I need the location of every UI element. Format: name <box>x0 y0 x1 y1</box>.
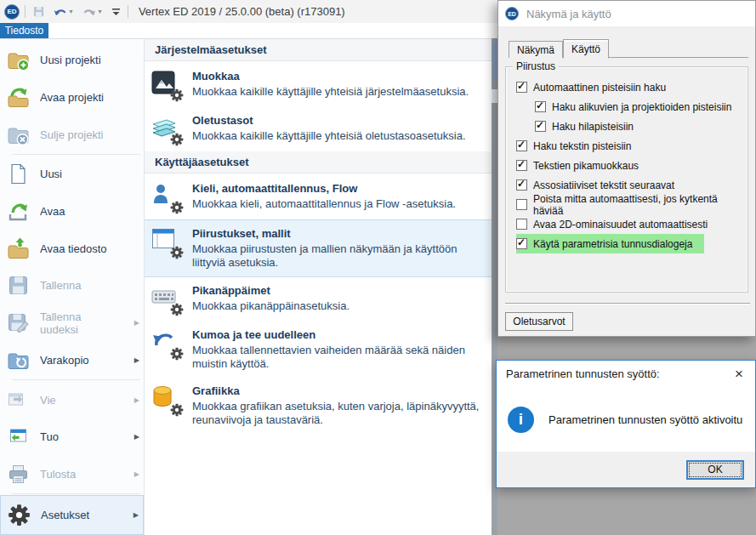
occluded-window-fragment <box>492 89 497 103</box>
chevron-down-icon: ▼ <box>97 9 103 14</box>
tab-tiedosto[interactable]: Tiedosto <box>0 23 48 38</box>
import-window-icon <box>7 425 30 448</box>
setting-item-grafiikka[interactable]: Grafiikka Muokkaa grafiikan asetuksia, k… <box>145 378 492 434</box>
redo-button[interactable]: ▼ <box>81 5 105 19</box>
checkbox-poista-mitta[interactable]: ✓ Poista mitta automaattisesti, jos kytk… <box>516 195 747 214</box>
setting-item-kieli[interactable]: Kieli, automaattitallennus, Flow Muokkaa… <box>145 175 492 219</box>
setting-item-pikanappaimet[interactable]: Pikanäppäimet Muokkaa pikanäppäinasetuks… <box>145 277 492 322</box>
window-title: Vertex ED 2019 / 25.0.00 (beta) (r173091… <box>139 5 345 18</box>
checkbox-haku-tekstin-pisteisiin[interactable]: ✓ Haku tekstin pisteisiin <box>516 136 643 156</box>
app-logo-icon[interactable]: ED <box>4 4 20 20</box>
submenu-arrow-icon: ▶ <box>131 396 139 404</box>
menu-item-tulosta[interactable]: Tulosta ▶ <box>0 456 144 493</box>
setting-item-muokkaa[interactable]: Muokkaa Muokkaa kaikille käyttäjille yht… <box>145 63 492 107</box>
ok-button[interactable]: OK <box>686 460 744 480</box>
menu-divider <box>12 379 140 380</box>
menu-item-tuo[interactable]: Tuo ▶ <box>0 418 144 456</box>
save-button[interactable] <box>31 4 47 19</box>
menu-item-label: Avaa tiedosto <box>40 242 139 255</box>
checkmark-icon: ✓ <box>517 158 526 170</box>
submenu-arrow-icon: ▶ <box>131 319 139 327</box>
checkbox-box[interactable]: ✓ <box>516 238 527 249</box>
setting-title: Kieli, automaattitallennus, Flow <box>192 182 483 195</box>
setting-title: Kumoa ja tee uudelleen <box>192 328 483 341</box>
checkbox-box[interactable]: ✓ <box>516 140 527 151</box>
checkbox-box[interactable]: ✓ <box>516 160 527 171</box>
setting-desc: Muokkaa tallennettavien vaiheiden määrää… <box>192 344 483 371</box>
section-header-kayttajaasetukset: Käyttäjäasetukset <box>145 151 492 174</box>
checkbox-automaattinen-pisteisiin-haku[interactable]: ✓ Automaattinen pisteisiin haku <box>516 77 678 97</box>
close-icon[interactable]: × <box>732 367 746 381</box>
setting-item-oletustasot[interactable]: Oletustasot Muokkaa kaikille käyttäjille… <box>145 107 492 151</box>
checkbox-box[interactable]: ✓ <box>535 101 546 112</box>
settings-pane: Järjestelmäasetukset Muokkaa Muokkaa kai… <box>145 39 492 535</box>
checkbox-box[interactable]: ✓ <box>516 219 527 230</box>
setting-desc: Muokkaa pikanäppäinasetuksia. <box>192 299 483 313</box>
menu-item-label: Vie <box>40 394 121 407</box>
tab-nakyma[interactable]: Näkymä <box>509 41 563 58</box>
section-header-jarjestelmaasetukset: Järjestelmäasetukset <box>145 39 492 61</box>
customize-quick-access-button[interactable] <box>110 6 122 18</box>
menu-item-tallenna[interactable]: Tallenna <box>0 267 144 304</box>
checkbox-haku-alikuvien[interactable]: ✓ Haku alikuvien ja projektioiden pistei… <box>535 97 743 117</box>
tab-kaytto[interactable]: Käyttö <box>563 39 609 59</box>
app-logo-icon: ED <box>505 7 519 20</box>
occluded-window-fragment <box>492 43 497 80</box>
dialog-separator <box>505 303 750 304</box>
submenu-arrow-icon: ▶ <box>131 433 139 441</box>
setting-title: Muokkaa <box>192 70 483 83</box>
file-menu-backstage: Uusi projekti Avaa projekti <box>0 38 492 535</box>
dialog-tab-strip: Näkymä Käyttö <box>509 38 755 58</box>
checkbox-box[interactable]: ✓ <box>516 199 527 210</box>
menu-item-avaa-tiedosto[interactable]: Avaa tiedosto <box>0 230 144 267</box>
setting-item-kumoa[interactable]: Kumoa ja tee uudelleen Muokkaa tallennet… <box>145 322 492 378</box>
menu-item-sulje-projekti[interactable]: Sulje projekti <box>0 116 144 153</box>
checkmark-icon: ✓ <box>536 100 544 111</box>
undo-redo-icon <box>151 328 182 359</box>
menu-item-tallenna-uudeksi[interactable]: Tallenna uudeksi ▶ <box>0 304 144 342</box>
message-text: Parametrinen tunnusten syöttö aktivoitu <box>549 413 742 426</box>
user-language-icon <box>151 182 182 213</box>
setting-item-piirustukset-mallit[interactable]: Piirustukset, mallit Muokkaa piirustuste… <box>145 219 492 277</box>
new-project-folder-icon <box>7 48 30 71</box>
menu-item-label: Sulje projekti <box>40 128 139 141</box>
menu-item-label: Uusi projekti <box>40 54 139 66</box>
menu-item-avaa-projekti[interactable]: Avaa projekti <box>0 79 144 117</box>
checkbox-box[interactable]: ✓ <box>516 82 527 93</box>
menu-item-asetukset[interactable]: Asetukset ▶ <box>0 495 144 535</box>
setting-desc: Muokkaa piirustusten ja mallien näkymään… <box>192 242 483 270</box>
setting-desc: Muokkaa kaikille käyttäjille yhteisiä ol… <box>192 129 483 143</box>
defaults-button[interactable]: Oletusarvot <box>505 312 573 331</box>
open-file-icon <box>7 200 30 223</box>
undo-button[interactable]: ▼ <box>52 5 76 19</box>
dialog-title-bar[interactable]: ED Näkymä ja käyttö <box>498 1 755 26</box>
close-project-folder-icon <box>7 123 30 146</box>
checkbox-label: Automaattinen pisteisiin haku <box>533 82 666 94</box>
message-title-bar[interactable]: Parametrinen tunnusten syöttö: × <box>497 361 755 387</box>
menu-item-uusi[interactable]: Uusi <box>0 156 144 193</box>
checkbox-box[interactable]: ✓ <box>535 121 546 132</box>
menu-item-vie[interactable]: Vie ▶ <box>0 381 144 418</box>
checkbox-label: Haku tekstin pisteisiin <box>533 140 631 152</box>
screen: ED ▼ ▼ <box>0 0 756 535</box>
setting-desc: Muokkaa grafiikan asetuksia, kuten varjo… <box>192 400 483 427</box>
open-project-folder-icon <box>7 86 30 109</box>
checkbox-haku-hilapisteisiin[interactable]: ✓ Haku hilapisteisiin <box>535 117 645 136</box>
piirustus-groupbox: Piirustus ✓ Automaattinen pisteisiin hak… <box>505 66 748 293</box>
message-dialog: Parametrinen tunnusten syöttö: × i Param… <box>496 360 756 488</box>
checkbox-tekstien-pikamuokkaus[interactable]: ✓ Tekstien pikamuokkaus <box>516 156 651 175</box>
checkmark-icon: ✓ <box>536 119 544 131</box>
submenu-arrow-icon: ▶ <box>131 356 139 364</box>
menu-item-avaa[interactable]: Avaa <box>0 193 144 231</box>
checkbox-kayta-parametrisia[interactable]: ✓ Käytä parametrisia tunnusdialogeja <box>516 234 704 253</box>
chevron-down-icon: ▼ <box>68 9 74 14</box>
menu-item-uusi-projekti[interactable]: Uusi projekti <box>0 42 144 79</box>
checkbox-avaa-2d-ominaisuudet[interactable]: ✓ Avaa 2D-ominaisuudet automaattisesti <box>516 214 719 234</box>
checkmark-icon: ✓ <box>517 80 526 92</box>
menu-item-varakopio[interactable]: Varakopio ▶ <box>0 342 144 379</box>
checkmark-icon: ✓ <box>517 236 526 248</box>
info-icon: i <box>508 407 534 433</box>
checkbox-box[interactable]: ✓ <box>516 179 527 191</box>
undo-icon <box>54 6 67 18</box>
divider <box>25 5 26 18</box>
